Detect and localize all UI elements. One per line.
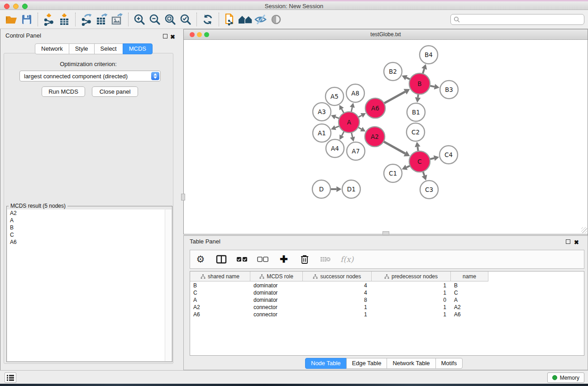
zoom-in-button[interactable]: [132, 12, 147, 27]
delete-column-button[interactable]: [299, 253, 311, 266]
zoom-selected-button[interactable]: [178, 12, 193, 27]
table-cell[interactable]: B: [451, 282, 488, 289]
table-panel-close-button[interactable]: ✖: [574, 238, 580, 244]
column-header-predecessor-nodes[interactable]: predecessor nodes: [372, 272, 451, 281]
resize-grip-icon[interactable]: [581, 227, 587, 233]
delete-table-button[interactable]: [320, 253, 331, 266]
column-header-shared-name[interactable]: shared name: [190, 272, 250, 281]
table-cell[interactable]: 4: [303, 289, 372, 296]
birds-eye-view-button[interactable]: [268, 12, 284, 27]
edge-A6-B[interactable]: [384, 92, 405, 104]
table-cell[interactable]: 1: [303, 304, 372, 311]
table-row[interactable]: A2connector11A2: [190, 304, 584, 311]
edge-B-B2[interactable]: [406, 78, 410, 80]
home-button[interactable]: [238, 12, 253, 27]
show-panels-list-button[interactable]: [5, 372, 16, 383]
table-cell[interactable]: dominator: [250, 289, 303, 296]
tab-mcds[interactable]: MCDS: [123, 43, 153, 54]
result-item[interactable]: C: [7, 231, 165, 238]
tab-style[interactable]: Style: [69, 43, 95, 54]
table-cell[interactable]: C: [190, 289, 250, 296]
zoom-out-button[interactable]: [147, 12, 163, 27]
edge-A-A1[interactable]: [335, 126, 339, 128]
table-settings-button[interactable]: ⚙: [195, 253, 206, 266]
export-image-button[interactable]: [110, 12, 125, 27]
import-network-button[interactable]: [41, 12, 57, 27]
criterion-dropdown[interactable]: largest connected component (directed): [19, 71, 161, 81]
show-column-button[interactable]: [215, 253, 227, 266]
splitter-handle-left[interactable]: [181, 194, 185, 200]
edge-C-C2[interactable]: [417, 147, 418, 151]
edge-A-A7[interactable]: [351, 132, 352, 137]
table-cell[interactable]: 1: [372, 304, 451, 311]
export-network-button[interactable]: [79, 12, 94, 27]
tab-node-table[interactable]: Node Table: [305, 358, 347, 369]
table-cell[interactable]: 1: [372, 311, 451, 318]
tab-motifs[interactable]: Motifs: [435, 358, 463, 369]
table-cell[interactable]: 8: [303, 296, 372, 304]
table-cell[interactable]: 1: [372, 289, 451, 296]
table-cell[interactable]: A2: [190, 304, 250, 311]
table-cell[interactable]: dominator: [250, 296, 303, 304]
result-item[interactable]: A: [7, 217, 165, 224]
table-cell[interactable]: connector: [250, 311, 303, 318]
function-builder-button[interactable]: f(x): [340, 253, 354, 266]
column-header-MCDS-role[interactable]: MCDS role: [250, 272, 303, 281]
open-session-button[interactable]: [4, 12, 19, 27]
result-scrollbar[interactable]: [165, 210, 172, 361]
table-cell[interactable]: 4: [303, 282, 372, 289]
table-cell[interactable]: 1: [303, 311, 372, 318]
unselect-all-columns-button[interactable]: [257, 253, 269, 266]
duplicate-network-button[interactable]: [222, 12, 238, 27]
edge-A-A2[interactable]: [358, 127, 361, 129]
close-panel-button[interactable]: Close panel: [92, 86, 138, 97]
network-window-titlebar[interactable]: testGlobe.txt: [184, 29, 588, 40]
hide-graphics-details-button[interactable]: [253, 12, 268, 27]
zoom-fit-button[interactable]: [163, 12, 178, 27]
table-row[interactable]: Cdominator41C: [190, 289, 584, 296]
edge-A-A6[interactable]: [358, 115, 362, 117]
tab-edge-table[interactable]: Edge Table: [346, 358, 387, 369]
edge-C-C1[interactable]: [406, 166, 410, 167]
tab-select[interactable]: Select: [94, 43, 123, 54]
edge-A-A5[interactable]: [342, 109, 344, 113]
edge-C-C4[interactable]: [430, 158, 434, 159]
result-item[interactable]: B: [7, 224, 165, 231]
tab-network[interactable]: Network: [35, 43, 69, 54]
table-cell[interactable]: C: [451, 289, 488, 296]
table-cell[interactable]: connector: [250, 304, 303, 311]
table-cell[interactable]: A2: [451, 304, 488, 311]
export-table-button[interactable]: [94, 12, 110, 27]
network-canvas[interactable]: AA1A2A3A4A5A6A7A8BB1B2B3B4CC1C2C3C4DD1: [184, 40, 588, 234]
splitter-handle-bottom[interactable]: [382, 231, 389, 235]
search-field[interactable]: [450, 14, 584, 25]
edge-B-B3[interactable]: [430, 86, 435, 87]
result-item[interactable]: A2: [7, 210, 165, 217]
table-cell[interactable]: dominator: [250, 282, 303, 289]
create-column-button[interactable]: ✚: [278, 253, 290, 266]
edge-A-A3[interactable]: [335, 117, 339, 118]
control-panel-close-button[interactable]: ✖: [170, 33, 177, 39]
table-row[interactable]: A6connector11A6: [190, 311, 584, 318]
column-header-successor-nodes[interactable]: successor nodes: [303, 272, 372, 281]
table-row[interactable]: Adominator80A: [190, 296, 584, 304]
table-cell[interactable]: 1: [372, 282, 451, 289]
table-cell[interactable]: A: [451, 296, 488, 304]
memory-button[interactable]: Memory: [547, 372, 584, 383]
table-cell[interactable]: A6: [190, 311, 250, 318]
table-cell[interactable]: 0: [372, 296, 451, 304]
control-panel-float-button[interactable]: [162, 33, 168, 39]
column-header-name[interactable]: name: [451, 272, 488, 281]
table-cell[interactable]: B: [190, 282, 250, 289]
select-all-columns-button[interactable]: [236, 253, 248, 266]
edge-C-C3[interactable]: [423, 172, 424, 176]
refresh-button[interactable]: [200, 12, 215, 27]
run-mcds-button[interactable]: Run MCDS: [42, 86, 85, 97]
edge-A2-C[interactable]: [383, 142, 405, 154]
table-panel-float-button[interactable]: [565, 238, 571, 245]
tab-network-table[interactable]: Network Table: [387, 358, 435, 369]
edge-A-A4[interactable]: [342, 131, 344, 136]
edge-B-B4[interactable]: [423, 69, 424, 74]
edge-A-A8[interactable]: [351, 107, 352, 112]
save-session-button[interactable]: [19, 12, 34, 27]
